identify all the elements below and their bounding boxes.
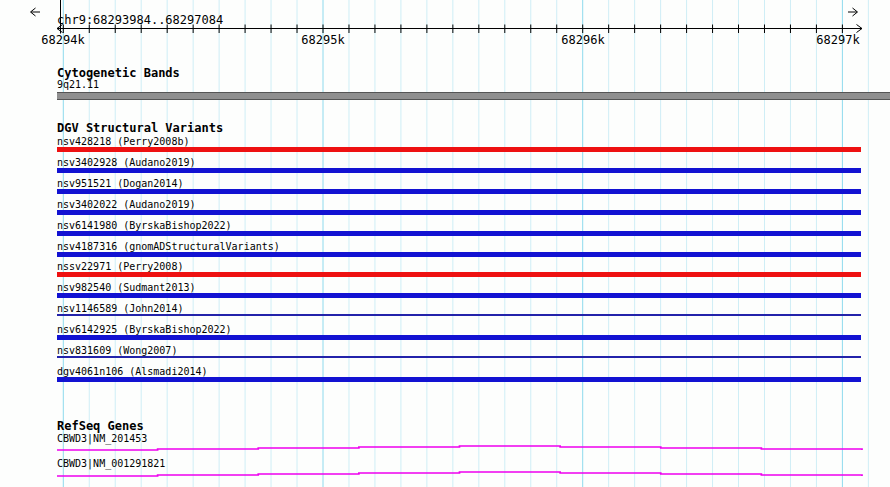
gene-transcript-line[interactable]	[57, 472, 862, 476]
gene-transcript-line[interactable]	[57, 446, 862, 450]
genome-browser-view: chr9:68293984..68297084 68294k68295k6829…	[0, 0, 890, 487]
gene-model-overlay	[0, 0, 890, 487]
